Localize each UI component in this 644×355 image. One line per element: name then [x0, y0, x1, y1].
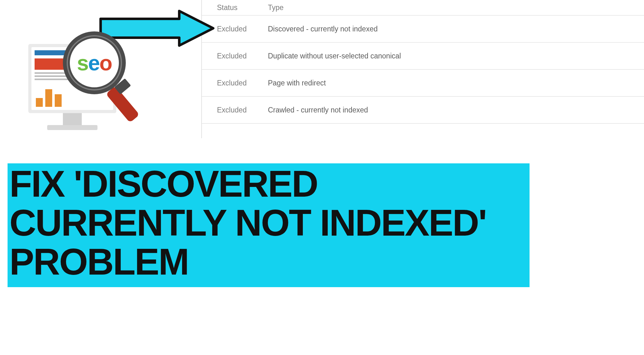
seo-logo-text: seo: [77, 51, 112, 75]
type-cell: Page with redirect: [268, 79, 644, 87]
type-cell: Duplicate without user-selected canonica…: [268, 52, 644, 60]
table-row[interactable]: Excluded Page with redirect: [202, 70, 644, 97]
status-cell: Excluded: [202, 52, 268, 60]
magnifier-lens: seo: [63, 31, 126, 94]
seo-illustration: seo: [28, 35, 135, 141]
table-row[interactable]: Excluded Crawled - currently not indexed: [202, 97, 644, 124]
coverage-panel: Status Type Excluded Discovered - curren…: [201, 0, 644, 138]
status-cell: Excluded: [202, 79, 268, 87]
seo-letter-e: e: [88, 51, 99, 75]
seo-letter-s: s: [77, 51, 88, 75]
screen-bar-chart: [36, 89, 62, 107]
monitor-stand: [63, 113, 82, 126]
headline-banner: FIX 'DISCOVERED CURRENTLY NOT INDEXED' P…: [8, 163, 530, 287]
column-header-type: Type: [268, 3, 644, 12]
coverage-header-row: Status Type: [202, 0, 644, 16]
magnifying-glass-icon: seo: [63, 31, 126, 94]
table-row-cutoff: [202, 124, 644, 136]
headline-text: FIX 'DISCOVERED CURRENTLY NOT INDEXED' P…: [9, 165, 528, 281]
table-row[interactable]: Excluded Discovered - currently not inde…: [202, 16, 644, 43]
table-row[interactable]: Excluded Duplicate without user-selected…: [202, 43, 644, 70]
type-cell: Crawled - currently not indexed: [268, 106, 644, 114]
monitor-base: [47, 125, 97, 130]
type-cell: Discovered - currently not indexed: [268, 25, 644, 33]
status-cell: Excluded: [202, 106, 268, 114]
seo-letter-o: o: [99, 51, 112, 75]
